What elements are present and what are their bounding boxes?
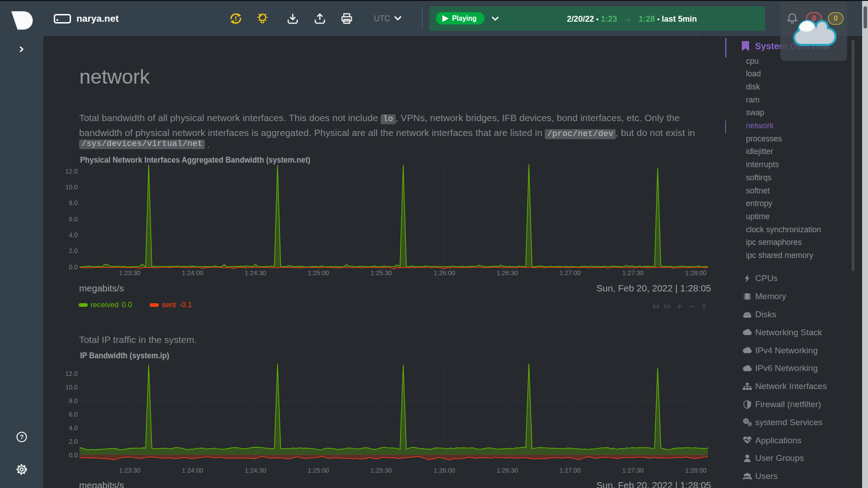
svg-text:!: ! [235, 14, 237, 22]
